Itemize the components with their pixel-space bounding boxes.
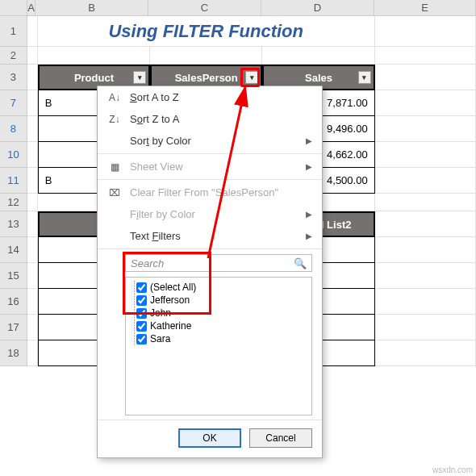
- checkbox[interactable]: [136, 295, 147, 306]
- filter-item[interactable]: Jefferson: [136, 294, 307, 307]
- filter-dropdown-icon[interactable]: ▾: [358, 71, 371, 84]
- text-filters[interactable]: Text Filters▶: [98, 225, 322, 247]
- header-label: SalesPerson: [175, 72, 238, 84]
- col-header-b[interactable]: B: [35, 0, 148, 16]
- row-header[interactable]: 3: [0, 65, 27, 90]
- page-title: Using FILTER Function: [38, 16, 375, 47]
- row-header[interactable]: 12: [0, 194, 27, 211]
- header-label: Sales: [305, 72, 332, 84]
- sheet-view: ▦Sheet View▶: [98, 156, 322, 177]
- filter-dropdown-icon[interactable]: ▾: [133, 71, 146, 84]
- sort-az-icon: A↓: [107, 92, 122, 103]
- filter-item-label: John: [150, 307, 171, 319]
- filter-item[interactable]: Katherine: [136, 319, 307, 332]
- chevron-right-icon: ▶: [306, 210, 312, 219]
- chevron-right-icon: ▶: [306, 136, 312, 145]
- row-header[interactable]: 11: [0, 168, 27, 194]
- filter-item-select-all[interactable]: (Select All): [136, 281, 307, 294]
- column-headers: A B C D E: [0, 0, 476, 16]
- search-placeholder: Search: [131, 257, 164, 269]
- filter-item-label: Katherine: [150, 320, 191, 332]
- watermark: wsxdn.com: [432, 466, 473, 474]
- col-header-c[interactable]: C: [148, 0, 261, 16]
- filter-dropdown-icon[interactable]: ▾: [245, 71, 258, 84]
- row-header[interactable]: 15: [0, 263, 27, 289]
- search-icon: 🔍: [294, 257, 307, 269]
- row-header[interactable]: 14: [0, 237, 27, 263]
- checkbox[interactable]: [136, 334, 147, 344]
- sort-by-color[interactable]: Sort by Color▶: [98, 130, 322, 152]
- sheet-view-icon: ▦: [107, 161, 122, 173]
- sales-value: 4,500.00: [327, 174, 368, 186]
- filter-item-label: (Select All): [150, 282, 196, 293]
- row-header[interactable]: 13: [0, 211, 27, 237]
- row-header[interactable]: 16: [0, 289, 27, 315]
- select-all-corner[interactable]: [0, 0, 27, 16]
- sort-za-icon: Z↓: [107, 114, 122, 125]
- header-label: Product: [74, 72, 114, 84]
- col-header-e[interactable]: E: [374, 0, 476, 16]
- checkbox[interactable]: [136, 321, 147, 332]
- clear-filter: ⌧Clear Filter From "SalesPerson": [98, 182, 322, 203]
- filter-by-color: Filter by Color▶: [98, 203, 322, 225]
- sort-az[interactable]: A↓Sort A to Z: [98, 86, 322, 108]
- row-header[interactable]: 2: [0, 47, 27, 65]
- sales-value: 4,662.00: [327, 148, 368, 161]
- sales-value: 7,871.00: [327, 97, 368, 109]
- filter-search-input[interactable]: Search🔍: [125, 254, 312, 272]
- row-header[interactable]: 8: [0, 116, 27, 142]
- sort-za[interactable]: Z↓Sort Z to A: [98, 108, 322, 130]
- chevron-right-icon: ▶: [306, 232, 312, 240]
- ok-button[interactable]: OK: [178, 428, 241, 448]
- row-header[interactable]: 7: [0, 90, 27, 116]
- cancel-button[interactable]: Cancel: [249, 428, 312, 448]
- row-header[interactable]: 10: [0, 142, 27, 168]
- col-header-a[interactable]: A: [27, 0, 35, 16]
- row-header[interactable]: 1: [0, 16, 27, 47]
- filter-item-label: Sara: [150, 333, 170, 344]
- filter-menu: A↓Sort A to Z Z↓Sort Z to A Sort by Colo…: [97, 86, 323, 458]
- filter-checklist[interactable]: (Select All) Jefferson John Katherine Sa…: [125, 277, 312, 415]
- clear-filter-icon: ⌧: [107, 187, 122, 198]
- checkbox[interactable]: [136, 308, 147, 319]
- row-header[interactable]: 18: [0, 340, 27, 366]
- row-header[interactable]: 17: [0, 315, 27, 340]
- filter-item[interactable]: Sara: [136, 332, 307, 345]
- chevron-right-icon: ▶: [306, 162, 312, 171]
- checkbox[interactable]: [136, 282, 147, 293]
- sales-value: 9,496.00: [327, 123, 368, 135]
- filter-item-label: Jefferson: [150, 294, 190, 306]
- col-header-d[interactable]: D: [261, 0, 374, 16]
- filter-item[interactable]: John: [136, 307, 307, 319]
